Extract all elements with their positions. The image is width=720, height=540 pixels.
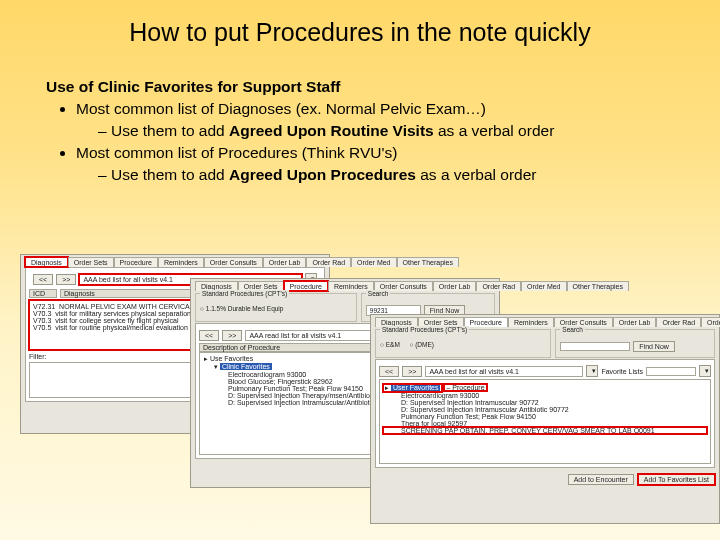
tab-lab[interactable]: Order Lab <box>263 257 307 267</box>
bullet-1: Most common list of Diagnoses (ex. Norma… <box>76 99 674 142</box>
tab-lab[interactable]: Order Lab <box>613 317 657 327</box>
tab-med[interactable]: Order Med <box>701 317 720 327</box>
find-now-button[interactable]: Find Now <box>633 341 675 352</box>
tab-med[interactable]: Order Med <box>521 281 566 291</box>
tab-other[interactable]: Other Therapies <box>397 257 459 267</box>
tab-med[interactable]: Order Med <box>351 257 396 267</box>
favorites-list[interactable]: ▸ User Favorites – Procedure Electrocard… <box>379 379 711 464</box>
list-item-highlighted: SCREENING PAP OBTAIN, PREP, CONVEY CERV/… <box>383 427 707 434</box>
tab-rad[interactable]: Order Rad <box>306 257 351 267</box>
tab-other[interactable]: Other Therapies <box>567 281 629 291</box>
proc-header: – Procedure <box>444 384 486 391</box>
tab-procedure[interactable]: Procedure <box>464 317 508 327</box>
nav-fwd-button[interactable]: >> <box>222 330 242 341</box>
slide-title: How to put Procedures in the note quickl… <box>0 0 720 61</box>
tab-consults[interactable]: Order Consults <box>204 257 263 267</box>
add-favorites-button[interactable]: Add To Favorites List <box>638 474 715 485</box>
fav-list-select[interactable] <box>646 367 696 376</box>
bullet-2-sub: Use them to add Agreed Upon Procedures a… <box>98 165 674 186</box>
tab-rad[interactable]: Order Rad <box>656 317 701 327</box>
subheading: Use of Clinic Favorites for Support Staf… <box>46 77 674 98</box>
add-encounter-button[interactable]: Add to Encounter <box>568 474 634 485</box>
list-item: Pulmonary Function Test; Peak Flow 94150 <box>383 413 707 420</box>
nav-back-button[interactable]: << <box>199 330 219 341</box>
list-item: Electrocardiogram 93000 <box>383 392 707 399</box>
screenshot-overlay-group: Diagnosis Order Sets Procedure Reminders… <box>20 254 700 524</box>
col-icd: ICD <box>29 289 57 298</box>
search-label: Search <box>366 290 391 297</box>
std-proc-label: Standard Procedures (CPT's) <box>380 326 469 333</box>
tab-ordersets[interactable]: Order Sets <box>68 257 114 267</box>
bullet-1-sub: Use them to add Agreed Upon Routine Visi… <box>98 121 674 142</box>
tab-reminders[interactable]: Reminders <box>158 257 204 267</box>
std-proc-label: Standard Procedures (CPT's) <box>200 290 289 297</box>
tab-procedure[interactable]: Procedure <box>114 257 158 267</box>
tab-lab[interactable]: Order Lab <box>433 281 477 291</box>
dropdown-icon[interactable]: ▾ <box>586 365 598 377</box>
slide-body: Use of Clinic Favorites for Support Staf… <box>0 61 720 186</box>
search-input[interactable] <box>560 342 630 351</box>
tab-diagnosis[interactable]: Diagnosis <box>25 257 68 267</box>
nav-back-button[interactable]: << <box>33 274 53 285</box>
dropdown-icon[interactable]: ▾ <box>699 365 711 377</box>
window-procedure-favorites: Diagnosis Order Sets Procedure Reminders… <box>370 314 720 524</box>
nav-fwd-button[interactable]: >> <box>402 366 422 377</box>
bullet-2: Most common list of Procedures (Think RV… <box>76 143 674 186</box>
tab-reminders[interactable]: Reminders <box>508 317 554 327</box>
nav-back-button[interactable]: << <box>379 366 399 377</box>
tree-node: ▸ User Favorites <box>383 384 442 392</box>
list-item: Thera for local 92597 <box>383 420 707 427</box>
nav-path-input[interactable]: AAA bed list for all visits v4.1 <box>425 366 583 377</box>
list-item: D: Supervised Injection Intramuscular An… <box>383 406 707 413</box>
list-item: D: Supervised Injection Intramuscular 90… <box>383 399 707 406</box>
fav-lists-label: Favorite Lists <box>601 368 643 375</box>
tab-procedure[interactable]: Procedure <box>284 281 328 291</box>
tab-bar-a: Diagnosis Order Sets Procedure Reminders… <box>21 255 329 267</box>
tab-rad[interactable]: Order Rad <box>476 281 521 291</box>
search-label: Search <box>560 326 585 333</box>
nav-fwd-button[interactable]: >> <box>56 274 76 285</box>
